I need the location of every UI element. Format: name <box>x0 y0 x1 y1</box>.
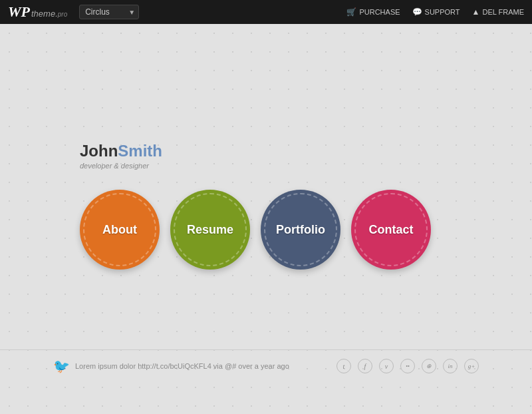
delframe-link[interactable]: ▲ DEL FRAME <box>472 7 524 17</box>
purchase-link[interactable]: 🛒 PURCHASE <box>346 7 400 17</box>
tweet-text: Lorem ipsum dolor http://t.co/bcUiQcKFL4… <box>75 362 289 370</box>
vimeo-icon[interactable]: v <box>379 359 394 373</box>
theme-selector-wrap: Circlus Default Modern ▼ <box>79 5 139 19</box>
last-name: Smith <box>118 142 162 160</box>
nav-right: 🛒 PURCHASE 💬 SUPPORT ▲ DEL FRAME <box>346 7 524 17</box>
circle-resume[interactable]: Resume <box>170 190 250 270</box>
flickr-icon[interactable]: •• <box>400 359 415 373</box>
profile-section: JohnSmith developer & designer <box>80 142 162 170</box>
logo-theme: theme.pro <box>31 9 67 19</box>
social-icons: t f v •• ⊕ in g+ <box>336 359 479 373</box>
circle-about[interactable]: About <box>80 190 160 270</box>
profile-name: JohnSmith <box>80 142 162 160</box>
circle-contact-label: Contact <box>369 223 414 237</box>
navbar: WP theme.pro Circlus Default Modern ▼ 🛒 … <box>0 0 532 24</box>
circle-portfolio-label: Portfolio <box>276 223 325 237</box>
logo-wp: WP <box>8 3 30 21</box>
logo: WP theme.pro <box>8 3 67 21</box>
twitter-icon[interactable]: t <box>336 359 351 373</box>
theme-select[interactable]: Circlus Default Modern <box>79 5 139 19</box>
circle-resume-label: Resume <box>187 223 233 237</box>
main-content: JohnSmith developer & designer About Res… <box>0 24 532 414</box>
linkedin-icon[interactable]: in <box>443 359 458 373</box>
nav-circles: About Resume Portfolio Contact <box>80 190 431 270</box>
first-name: John <box>80 142 118 160</box>
googleplus-icon[interactable]: g+ <box>464 359 479 373</box>
profile-title: developer & designer <box>80 162 162 170</box>
twitter-section: 🐦 Lorem ipsum dolor http://t.co/bcUiQcKF… <box>53 358 336 374</box>
circle-portfolio[interactable]: Portfolio <box>261 190 340 270</box>
social-bar: 🐦 Lorem ipsum dolor http://t.co/bcUiQcKF… <box>0 349 532 374</box>
circle-contact[interactable]: Contact <box>351 190 431 270</box>
circle-about-label: About <box>102 223 137 237</box>
support-icon: 💬 <box>412 7 422 17</box>
support-link[interactable]: 💬 SUPPORT <box>412 7 460 17</box>
twitter-bird-icon: 🐦 <box>53 358 70 374</box>
cart-icon: 🛒 <box>346 7 356 17</box>
facebook-icon[interactable]: f <box>358 359 372 373</box>
delframe-icon: ▲ <box>472 7 480 17</box>
dribbble-icon[interactable]: ⊕ <box>422 359 436 373</box>
